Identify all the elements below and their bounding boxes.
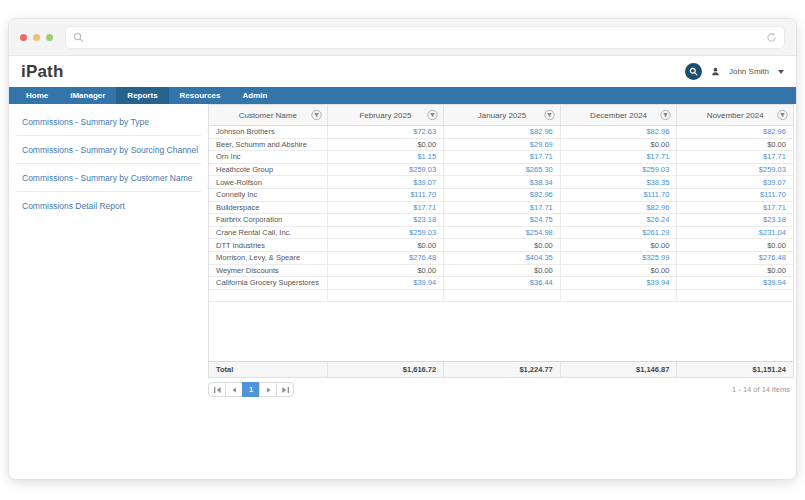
amount-cell[interactable]: $17.71 [676, 202, 793, 214]
sidebar-item-commissions-detail-report[interactable]: Commissions Detail Report [15, 192, 201, 220]
amount-cell: $0.00 [327, 239, 444, 251]
filter-icon[interactable] [777, 110, 788, 121]
page-1-button[interactable]: 1 [242, 382, 260, 397]
column-header-label: January 2025 [478, 111, 526, 120]
amount-cell[interactable]: $259.03 [676, 164, 793, 176]
nav-tab-home[interactable]: Home [15, 87, 59, 104]
sidebar-item-commissions-summary-by-customer-name[interactable]: Commissions - Summary by Customer Name [15, 164, 201, 192]
table-row: Connelly Inc$111.70$82.96$111.70$111.70 [209, 189, 793, 202]
commissions-grid: Customer NameFebruary 2025January 2025De… [208, 104, 794, 378]
amount-cell: $0.00 [676, 265, 793, 277]
last-page-button[interactable] [276, 382, 294, 397]
column-header-january-2025[interactable]: January 2025 [443, 105, 560, 125]
amount-cell[interactable]: $259.03 [560, 164, 677, 176]
column-header-customer-name[interactable]: Customer Name [209, 105, 327, 125]
amount-cell [560, 290, 677, 302]
amount-cell[interactable]: $265.30 [443, 164, 560, 176]
amount-cell[interactable]: $36.44 [443, 277, 560, 289]
user-menu[interactable]: John Smith [729, 67, 769, 76]
prev-page-button[interactable] [225, 382, 243, 397]
filter-icon[interactable] [427, 110, 438, 121]
first-page-button[interactable] [208, 382, 226, 397]
customer-name-cell: Lowe-Rolfson [209, 176, 327, 188]
nav-tab-reports[interactable]: Reports [116, 87, 168, 104]
amount-cell[interactable]: $82.96 [443, 126, 560, 138]
amount-cell[interactable]: $39.94 [327, 277, 444, 289]
amount-cell[interactable]: $82.96 [676, 126, 793, 138]
amount-cell[interactable]: $111.70 [676, 189, 793, 201]
chevron-down-icon[interactable] [778, 70, 784, 74]
nav-tab-admin[interactable]: Admin [232, 87, 279, 104]
table-row: Beer, Schumm and Abshire$0.00$29.69$0.00… [209, 139, 793, 152]
refresh-icon[interactable] [766, 32, 777, 43]
amount-cell: $0.00 [327, 265, 444, 277]
amount-cell[interactable]: $23.18 [676, 214, 793, 226]
user-icon[interactable] [711, 67, 720, 76]
amount-cell[interactable]: $17.71 [443, 202, 560, 214]
sidebar-item-commissions-summary-by-sourcing-channel[interactable]: Commissions - Summary by Sourcing Channe… [15, 136, 201, 164]
customer-name-cell: Johnson Brothers [209, 126, 327, 138]
amount-cell [443, 290, 560, 302]
amount-cell[interactable]: $82.96 [560, 126, 677, 138]
amount-cell[interactable]: $38.35 [560, 176, 677, 188]
amount-cell: $0.00 [560, 239, 677, 251]
amount-cell[interactable]: $259.03 [327, 227, 444, 239]
amount-cell[interactable]: $1.15 [327, 151, 444, 163]
table-row: Builderspace$17.71$17.71$82.96$17.71 [209, 202, 793, 215]
amount-cell[interactable]: $111.70 [560, 189, 677, 201]
amount-cell[interactable]: $82.96 [560, 202, 677, 214]
grid-body: Johnson Brothers$72.63$82.96$82.96$82.96… [209, 126, 793, 302]
table-row: Orn Inc$1.15$17.71$17.71$17.71 [209, 151, 793, 164]
amount-cell[interactable]: $39.94 [560, 277, 677, 289]
amount-cell[interactable]: $72.63 [327, 126, 444, 138]
column-header-label: Customer Name [239, 111, 297, 120]
amount-cell[interactable]: $276.48 [327, 252, 444, 264]
amount-cell[interactable]: $17.71 [676, 151, 793, 163]
browser-url-bar[interactable] [65, 26, 785, 49]
sidebar-item-commissions-summary-by-type[interactable]: Commissions - Summary by Type [15, 108, 201, 136]
amount-cell[interactable]: $325.99 [560, 252, 677, 264]
table-row: Johnson Brothers$72.63$82.96$82.96$82.96 [209, 126, 793, 139]
amount-cell[interactable]: $259.03 [327, 164, 444, 176]
amount-cell[interactable]: $82.96 [443, 189, 560, 201]
amount-cell[interactable]: $17.71 [560, 151, 677, 163]
search-button[interactable] [685, 63, 702, 80]
amount-cell [327, 290, 444, 302]
customer-name-cell: Crane Rental Cali, Inc. [209, 227, 327, 239]
amount-cell[interactable]: $38.34 [443, 176, 560, 188]
amount-cell[interactable]: $276.48 [676, 252, 793, 264]
amount-cell[interactable]: $17.71 [443, 151, 560, 163]
amount-cell[interactable]: $24.75 [443, 214, 560, 226]
column-header-november-2024[interactable]: November 2024 [676, 105, 793, 125]
column-header-december-2024[interactable]: December 2024 [560, 105, 677, 125]
customer-name-cell: Weymer Discounts [209, 265, 327, 277]
filter-icon[interactable] [544, 110, 555, 121]
customer-name-cell [209, 290, 327, 302]
amount-cell[interactable]: $17.71 [327, 202, 444, 214]
amount-cell[interactable]: $231.04 [676, 227, 793, 239]
filter-icon[interactable] [311, 110, 322, 121]
amount-cell[interactable]: $29.69 [443, 139, 560, 151]
table-row: Crane Rental Cali, Inc.$259.03$254.98$26… [209, 227, 793, 240]
amount-cell[interactable]: $26.24 [560, 214, 677, 226]
nav-tab-resources[interactable]: Resources [169, 87, 232, 104]
minimize-window-icon[interactable] [33, 34, 40, 41]
amount-cell[interactable]: $39.07 [676, 176, 793, 188]
amount-cell[interactable]: $39.94 [676, 277, 793, 289]
amount-cell[interactable]: $23.18 [327, 214, 444, 226]
amount-cell[interactable]: $254.98 [443, 227, 560, 239]
amount-cell[interactable]: $111.70 [327, 189, 444, 201]
amount-cell[interactable]: $261.29 [560, 227, 677, 239]
grid-empty-space [209, 302, 793, 361]
traffic-lights [20, 34, 53, 41]
filter-icon[interactable] [660, 110, 671, 121]
maximize-window-icon[interactable] [46, 34, 53, 41]
nav-tab-imanager[interactable]: iManager [59, 87, 116, 104]
amount-cell[interactable]: $404.35 [443, 252, 560, 264]
grid-header: Customer NameFebruary 2025January 2025De… [209, 105, 793, 126]
next-page-button[interactable] [259, 382, 277, 397]
total-label: Total [209, 362, 327, 377]
close-window-icon[interactable] [20, 34, 27, 41]
column-header-february-2025[interactable]: February 2025 [327, 105, 444, 125]
amount-cell[interactable]: $39.07 [327, 176, 444, 188]
